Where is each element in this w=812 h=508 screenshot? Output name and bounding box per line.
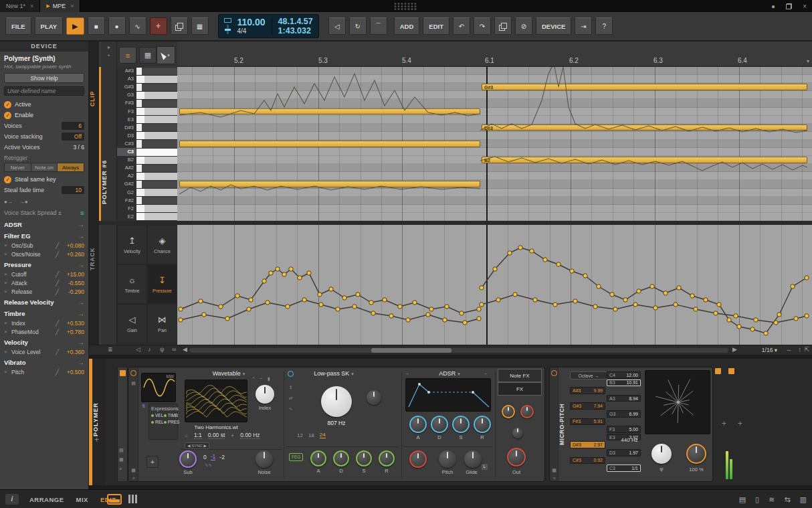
- mod-section-header[interactable]: Vibrato→: [4, 357, 84, 367]
- glide-knob[interactable]: [464, 450, 482, 468]
- layers-icon[interactable]: ≣: [108, 346, 113, 353]
- window-close-icon[interactable]: ×: [803, 3, 807, 10]
- add-device-left-button[interactable]: +: [94, 435, 99, 444]
- mod-amount-icon[interactable]: ╱: [56, 329, 59, 335]
- device-enabled-indicator[interactable]: [120, 370, 126, 376]
- osc-detune-hz[interactable]: 0.00 Hz: [240, 432, 260, 439]
- time-signature[interactable]: 4/4: [237, 27, 266, 35]
- sub-octave-option[interactable]: -2: [219, 454, 225, 460]
- clip-slot-marker-2[interactable]: [728, 368, 734, 374]
- add-device-button[interactable]: +: [722, 419, 726, 428]
- tuning-row[interactable]: A38.94: [570, 395, 641, 402]
- window-tab[interactable]: New 1*×: [0, 0, 40, 12]
- mapping-panel-icon[interactable]: ≋: [769, 495, 775, 504]
- mod-amount-icon[interactable]: ╱: [56, 349, 59, 355]
- voice-stacking-value[interactable]: Off: [62, 133, 84, 141]
- mod-section-header[interactable]: Filter EG→: [4, 231, 84, 241]
- tuning-cell-cs3[interactable]: C#30.92: [570, 457, 605, 464]
- meter-panel-icon[interactable]: ▥: [800, 495, 807, 504]
- export-button[interactable]: ⇥: [575, 17, 592, 35]
- osc-detune-st[interactable]: 0.00 st: [208, 432, 225, 439]
- filter-slope-option[interactable]: 12: [297, 432, 303, 438]
- window-restore-icon[interactable]: [786, 3, 792, 9]
- piano-key[interactable]: A2: [117, 172, 177, 180]
- midi-note[interactable]: [179, 141, 480, 147]
- filter-type-selector[interactable]: Low-pass SK▾: [297, 370, 371, 377]
- noise-knob[interactable]: [256, 450, 273, 468]
- expression-tag[interactable]: TIMB: [164, 413, 180, 418]
- horizontal-scrollbar[interactable]: [189, 348, 728, 353]
- song-time[interactable]: 1:43.032: [278, 26, 313, 35]
- tuning-row[interactable]: F35.00: [570, 426, 641, 433]
- pitch-knob[interactable]: [439, 450, 456, 468]
- remove-mod-icon[interactable]: ×: [4, 329, 9, 335]
- env-knob-r[interactable]: [474, 416, 491, 433]
- record-button[interactable]: ●: [108, 17, 126, 35]
- piano-key[interactable]: G2: [117, 189, 177, 197]
- piano-key[interactable]: F2: [117, 205, 177, 213]
- mod-item[interactable]: ×Release╱-0.290: [4, 287, 84, 296]
- env-selector[interactable]: ADSR▾: [416, 370, 483, 377]
- reference-pitch[interactable]: 440 Hz: [614, 437, 645, 443]
- chain-dots-icon[interactable]: ≡: [119, 467, 122, 471]
- fx-tab-fx[interactable]: FX: [498, 382, 542, 396]
- cutoff-value[interactable]: 807 Hz: [313, 420, 360, 426]
- timeline-options-icon[interactable]: ▾: [807, 58, 809, 64]
- sub-octave-option[interactable]: -1: [211, 453, 216, 460]
- tuning-row[interactable]: C412.00: [570, 371, 641, 379]
- env-knob-s[interactable]: [452, 416, 470, 433]
- track-name[interactable]: POLYMER #6: [101, 142, 116, 222]
- env-mod-out-icon[interactable]: →: [483, 371, 488, 375]
- expression-button-pressure[interactable]: ↧Pressure: [147, 264, 177, 304]
- expression-lane[interactable]: [177, 225, 812, 345]
- remove-mod-icon[interactable]: ×: [4, 242, 9, 248]
- piano-key[interactable]: F3: [117, 108, 177, 116]
- voices-value[interactable]: 6: [62, 122, 84, 130]
- expression-button-chance[interactable]: ◈Chance: [147, 225, 177, 264]
- pointer-tool-button[interactable]: ▾: [157, 46, 175, 64]
- mic-lane-icon[interactable]: ψ: [160, 346, 164, 353]
- piano-key[interactable]: C#3: [117, 140, 177, 148]
- piano-key[interactable]: A#3: [117, 67, 177, 75]
- cue-button[interactable]: ◁: [328, 17, 346, 35]
- tuning-cell-as3[interactable]: A#39.99: [570, 387, 605, 394]
- polymer-drag-icon[interactable]: ≡: [130, 476, 137, 481]
- link-lane-icon[interactable]: ∞: [172, 346, 176, 353]
- scroll-left-icon[interactable]: ◀: [183, 346, 187, 353]
- remove-mod-icon[interactable]: ×: [4, 288, 9, 294]
- mod-section-header[interactable]: Pressure→: [4, 260, 84, 270]
- stack-spread-icon[interactable]: ≡: [80, 209, 84, 217]
- add-track-device-button[interactable]: +: [738, 419, 742, 428]
- envelope-display[interactable]: [405, 378, 491, 412]
- retrigger-option[interactable]: Always: [58, 163, 84, 171]
- sub-octave-option[interactable]: 0: [203, 454, 207, 460]
- remove-mod-icon[interactable]: ×: [4, 251, 9, 257]
- piano-key[interactable]: G#2: [117, 180, 177, 188]
- tuning-cell-c4[interactable]: C412.00: [607, 371, 641, 379]
- tuning-knob[interactable]: [651, 444, 672, 464]
- delete-button[interactable]: ⊘: [515, 17, 532, 35]
- mod-item[interactable]: ×Voice Level╱+0.360: [4, 347, 84, 356]
- resonance-knob[interactable]: [367, 390, 381, 405]
- piano-key[interactable]: A3: [117, 75, 177, 83]
- play-menu-button[interactable]: PLAY: [35, 17, 63, 35]
- piano-key[interactable]: E2: [117, 213, 177, 221]
- osc-ratio[interactable]: 1:1: [194, 432, 202, 439]
- tuning-cell-ds3[interactable]: D#32.97: [570, 441, 605, 448]
- midi-note[interactable]: [179, 181, 480, 187]
- grid-resolution[interactable]: 1/16 ▾: [762, 347, 777, 353]
- filter-env-amount-icon[interactable]: ⇕: [289, 385, 292, 390]
- info-icon[interactable]: i: [5, 494, 19, 505]
- track-mini-icon[interactable]: ▸: [105, 44, 113, 51]
- mod-section-header[interactable]: Velocity→: [4, 337, 84, 347]
- wavetable-display[interactable]: [185, 379, 247, 422]
- tempo-value[interactable]: 110.00: [237, 17, 266, 27]
- expressions-panel[interactable]: Expressions VELTIMBRELPRES: [148, 404, 178, 440]
- mod-amount-icon[interactable]: ╱: [56, 369, 59, 375]
- zoom-fit-icon[interactable]: ⇱: [804, 346, 809, 353]
- tuning-row[interactable]: C#30.92: [570, 457, 641, 464]
- io-panel-icon[interactable]: ⇆: [784, 495, 790, 504]
- mod-amount-icon[interactable]: ╱: [56, 251, 59, 258]
- scrollbar-thumb[interactable]: [371, 348, 451, 353]
- filter-slope-option[interactable]: 24: [320, 432, 326, 438]
